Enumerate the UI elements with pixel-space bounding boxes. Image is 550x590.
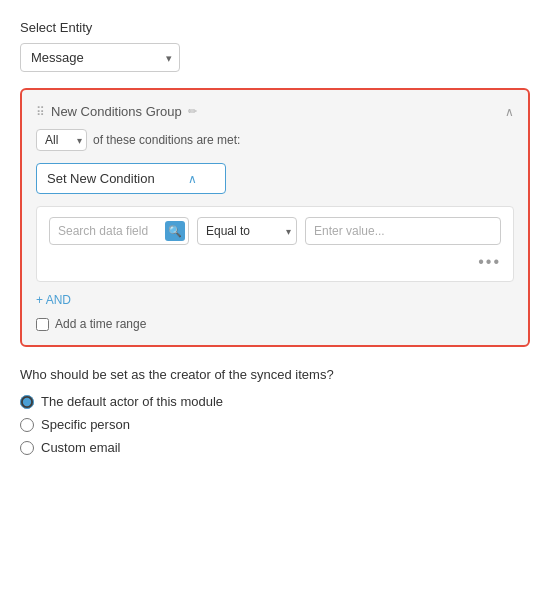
radio-custom[interactable] [20, 441, 34, 455]
search-icon: 🔍 [168, 225, 182, 238]
radio-group: The default actor of this module Specifi… [20, 394, 530, 455]
condition-row: 🔍 Equal to Not equal to Contains Does no… [49, 217, 501, 245]
radio-default[interactable] [20, 395, 34, 409]
drag-handle-icon: ⠿ [36, 105, 45, 119]
creator-question: Who should be set as the creator of the … [20, 367, 530, 382]
operator-select-wrapper: Equal to Not equal to Contains Does not … [197, 217, 297, 245]
condition-row-container: 🔍 Equal to Not equal to Contains Does no… [36, 206, 514, 282]
search-field-icon-button[interactable]: 🔍 [165, 221, 185, 241]
select-entity-wrapper: Message Contact Deal Task ▾ [20, 43, 180, 72]
group-title: New Conditions Group [51, 104, 182, 119]
more-options: ••• [49, 249, 501, 271]
group-header: ⠿ New Conditions Group ✏ ∧ [36, 104, 514, 119]
all-select-wrapper: All Any ▾ [36, 129, 87, 151]
group-title-area: ⠿ New Conditions Group ✏ [36, 104, 197, 119]
operator-select[interactable]: Equal to Not equal to Contains Does not … [197, 217, 297, 245]
radio-item-default[interactable]: The default actor of this module [20, 394, 530, 409]
radio-label-default: The default actor of this module [41, 394, 223, 409]
set-condition-chevron-icon: ∧ [188, 172, 197, 186]
radio-label-specific: Specific person [41, 417, 130, 432]
meta-text: of these conditions are met: [93, 133, 240, 147]
radio-specific[interactable] [20, 418, 34, 432]
select-entity-dropdown[interactable]: Message Contact Deal Task [20, 43, 180, 72]
value-input[interactable] [305, 217, 501, 245]
time-range-checkbox[interactable] [36, 318, 49, 331]
search-field-wrapper: 🔍 [49, 217, 189, 245]
radio-item-custom[interactable]: Custom email [20, 440, 530, 455]
select-entity-label: Select Entity [20, 20, 530, 35]
set-condition-wrapper: Set New Condition ∧ [36, 163, 226, 194]
time-range-row: Add a time range [36, 317, 514, 331]
and-button[interactable]: + AND [36, 293, 71, 307]
conditions-group-container: ⠿ New Conditions Group ✏ ∧ All Any ▾ of … [20, 88, 530, 347]
set-condition-button[interactable]: Set New Condition ∧ [36, 163, 226, 194]
collapse-icon[interactable]: ∧ [505, 105, 514, 119]
radio-label-custom: Custom email [41, 440, 120, 455]
conditions-meta: All Any ▾ of these conditions are met: [36, 129, 514, 151]
edit-icon[interactable]: ✏ [188, 105, 197, 118]
radio-item-specific[interactable]: Specific person [20, 417, 530, 432]
set-condition-label: Set New Condition [47, 171, 155, 186]
more-options-dots[interactable]: ••• [478, 253, 501, 271]
all-any-select[interactable]: All Any [36, 129, 87, 151]
time-range-label: Add a time range [55, 317, 146, 331]
